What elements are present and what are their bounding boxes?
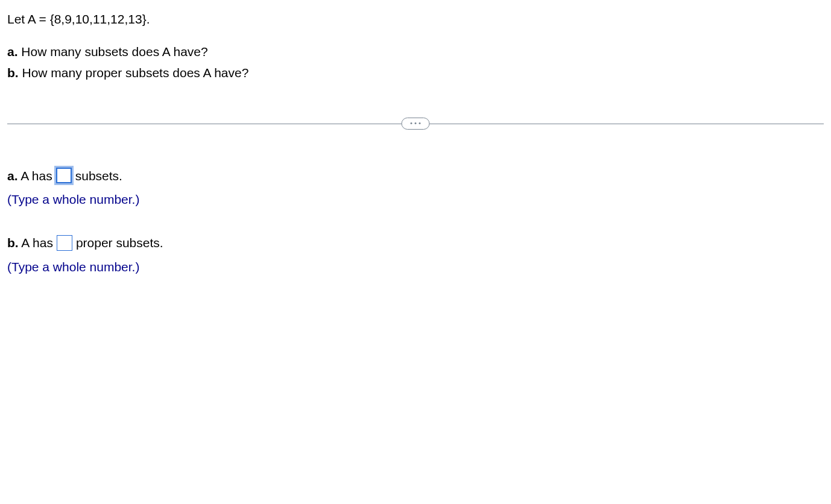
problem-intro: Let A = {8,9,10,11,12,13}.	[7, 10, 824, 29]
answer-b-suffix: proper subsets.	[76, 232, 163, 254]
ellipsis-icon	[419, 122, 421, 124]
answer-b-prefix: A has	[19, 236, 53, 250]
section-divider	[7, 112, 824, 136]
ellipsis-icon	[411, 122, 412, 124]
problem-statement: Let A = {8,9,10,11,12,13}. a. How many s…	[7, 10, 824, 83]
problem-part-b: b. How many proper subsets does A have?	[7, 63, 824, 83]
more-options-button[interactable]	[402, 118, 430, 130]
answer-b-input[interactable]	[57, 235, 72, 251]
answer-a-label: a.	[7, 169, 18, 183]
answer-part-b: b. A has proper subsets. (Type a whole n…	[7, 232, 824, 279]
part-a-text: How many subsets does A have?	[18, 45, 208, 58]
ellipsis-icon	[415, 122, 417, 124]
answer-a-hint: (Type a whole number.)	[7, 188, 824, 211]
answer-a-input[interactable]	[56, 168, 72, 183]
answer-part-a: a. A has subsets. (Type a whole number.)	[7, 165, 824, 212]
problem-part-a: a. How many subsets does A have?	[7, 42, 824, 61]
answer-b-hint: (Type a whole number.)	[7, 256, 824, 279]
part-a-label: a.	[7, 45, 18, 58]
part-b-label: b.	[7, 66, 19, 80]
answer-a-prefix: A has	[18, 169, 52, 183]
answer-b-label: b.	[7, 236, 19, 250]
part-b-text: How many proper subsets does A have?	[19, 66, 249, 80]
answer-a-suffix: subsets.	[75, 165, 122, 187]
